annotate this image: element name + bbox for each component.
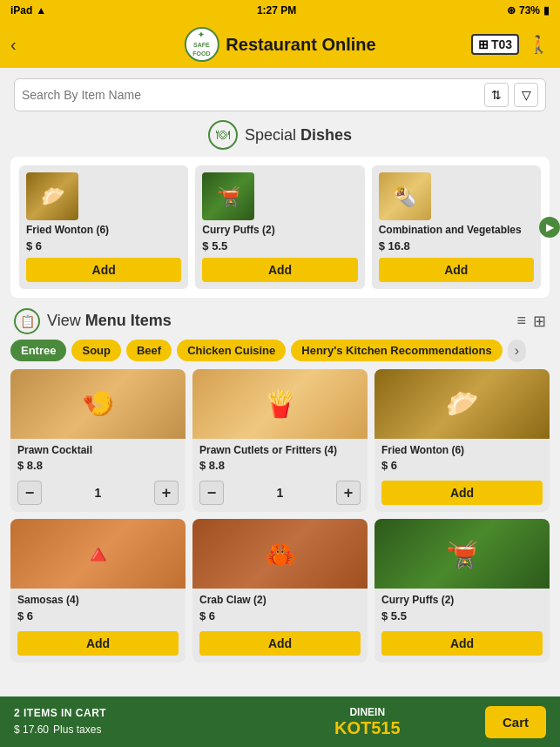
header-center: ✦SAFEFOOD Restaurant Online [184,27,375,62]
back-button[interactable]: ‹ [10,35,17,55]
add-curry-puffs-button[interactable]: Add [381,631,543,656]
prawn-cocktail-name: Prawn Cocktail [17,444,179,458]
list-view-button[interactable]: ≡ [516,312,526,331]
dish-price: $ 6 [26,239,181,252]
logo: ✦SAFEFOOD [184,27,219,62]
fried-wonton-action: Add [374,475,550,512]
prawn-cocktail-action: − 1 + [10,475,186,512]
qty-decrease-prawn[interactable]: − [17,481,42,505]
qty-value-cutlets: 1 [277,486,284,500]
next-arrow[interactable]: ▶ [539,217,560,238]
dish-price-curry: $ 5.5 [202,239,357,252]
category-chicken[interactable]: Chicken Cuisine [177,340,286,361]
cart-items-count: 2 ITEMS IN CART [14,707,250,719]
prawn-cutlets-name: Prawn Cutlets or Fritters (4) [199,444,361,458]
status-time: 1:27 PM [257,4,296,17]
samosas-info: Samosas (4) $ 6 [10,589,186,626]
menu-icon: 📋 [14,308,40,334]
header-right: ⊞ T03 🚶 [471,34,550,55]
menu-item-samosas: 🔺 Samosas (4) $ 6 Add [10,519,186,663]
crab-claw-image: 🦀 [192,519,368,589]
category-soup[interactable]: Soup [71,340,121,361]
menu-header-left: 📋 View Menu Items [14,308,172,334]
search-controls: ⇅ ▽ [484,83,538,107]
menu-item-curry-puffs: 🫕 Curry Puffs (2) $ 5.5 Add [374,519,550,663]
fried-wonton-image: 🥟 [374,369,550,439]
curry-puffs-price: $ 5.5 [381,609,543,622]
menu-item-fried-wonton: 🥟 Fried Wonton (6) $ 6 Add [374,369,550,513]
menu-grid: 🍤 Prawn Cocktail $ 8.8 − 1 + 🍟 Prawn Cut… [0,369,560,663]
add-samosas-button[interactable]: Add [17,631,179,656]
qty-control-prawn: − 1 + [17,481,179,505]
menu-item-crab-claw: 🦀 Crab Claw (2) $ 6 Add [192,519,368,663]
qty-increase-prawn[interactable]: + [154,481,179,505]
filter-button[interactable]: ▽ [514,83,538,107]
dish-price-combo: $ 16.8 [379,239,534,252]
prawn-cocktail-price: $ 8.8 [17,459,179,472]
curry-puffs-name: Curry Puffs (2) [381,594,543,608]
samosas-name: Samosas (4) [17,594,179,608]
kot-number: KOT515 [250,718,486,738]
dish-image-combo: 🌯 [379,172,431,220]
prawn-cutlets-image: 🍟 [192,369,368,439]
main-content: ⇅ ▽ 🍽 Special Dishes 🥟 Fried Wonton (6) … [0,68,560,747]
curry-puffs-action: Add [374,626,550,663]
prawn-cutlets-price: $ 8.8 [199,459,361,472]
grid-view-button[interactable]: ⊞ [533,312,546,331]
search-bar: ⇅ ▽ [14,78,546,111]
header: ‹ ✦SAFEFOOD Restaurant Online ⊞ T03 🚶 [0,21,560,68]
cart-button[interactable]: Cart [485,706,546,738]
crab-claw-action: Add [192,626,368,663]
sort-button[interactable]: ⇅ [484,83,509,107]
status-right: ⊛ 73% ▮ [507,4,550,17]
category-henrys[interactable]: Henry's Kitchen Recommendations [291,340,502,361]
category-entree[interactable]: Entree [10,340,66,361]
prawn-cutlets-info: Prawn Cutlets or Fritters (4) $ 8.8 [192,439,368,476]
add-crab-button[interactable]: Add [199,631,361,656]
special-dishes-title: Special Dishes [245,126,352,145]
search-input[interactable] [22,88,477,102]
bluetooth-icon: ⊛ [507,4,516,17]
bottom-bar: 2 ITEMS IN CART $ 17.60 Plus taxes DINEI… [0,697,560,747]
special-dish-card: 🥟 Fried Wonton (6) $ 6 Add [19,165,188,289]
qty-increase-cutlets[interactable]: + [336,481,361,505]
cart-tax-label: Plus taxes [53,723,101,736]
dish-name-curry: Curry Puffs (2) [202,224,357,238]
category-pills: Entree Soup Beef Chicken Cuisine Henry's… [0,340,560,369]
crab-claw-name: Crab Claw (2) [199,594,361,608]
samosas-price: $ 6 [17,609,179,622]
more-categories-button[interactable]: › [508,340,526,362]
add-curry-button[interactable]: Add [202,258,357,282]
dine-in-label: DINEIN [250,706,486,718]
cart-info: 2 ITEMS IN CART $ 17.60 Plus taxes [14,707,250,737]
cart-center-info: DINEIN KOT515 [250,706,486,738]
samosas-image: 🔺 [10,519,186,589]
menu-view-controls: ≡ ⊞ [516,312,546,331]
table-icon: ⊞ [478,37,489,51]
table-label: T03 [491,37,512,51]
special-dishes-header: 🍽 Special Dishes [0,120,560,150]
special-dishes-grid: 🥟 Fried Wonton (6) $ 6 Add 🫕 Curry Puffs… [10,157,550,298]
battery-icon: ▮ [543,4,550,17]
prawn-cutlets-action: − 1 + [192,475,368,512]
dish-image-curry: 🫕 [202,172,254,220]
table-badge: ⊞ T03 [471,34,519,55]
fried-wonton-name: Fried Wonton (6) [381,444,543,458]
qty-decrease-cutlets[interactable]: − [199,481,224,505]
qty-value-prawn: 1 [95,486,102,500]
curry-puffs-image: 🫕 [374,519,550,589]
dish-name-combo: Combination and Vegetables [379,224,534,238]
menu-section-header: 📋 View Menu Items ≡ ⊞ [14,308,546,334]
curry-puffs-info: Curry Puffs (2) $ 5.5 [374,589,550,626]
category-beef[interactable]: Beef [126,340,172,361]
menu-item-prawn-cutlets: 🍟 Prawn Cutlets or Fritters (4) $ 8.8 − … [192,369,368,513]
qty-control-cutlets: − 1 + [199,481,361,505]
status-bar: iPad ▲ 1:27 PM ⊛ 73% ▮ [0,0,560,21]
special-dish-card-combo: 🌯 Combination and Vegetables $ 16.8 Add [372,165,541,289]
person-icon: 🚶 [528,34,550,55]
menu-section-title: View Menu Items [47,312,172,330]
battery-level: 73% [519,4,540,17]
add-combo-button[interactable]: Add [379,258,534,282]
add-fried-wonton-button[interactable]: Add [381,481,543,505]
add-wonton-button[interactable]: Add [26,258,181,282]
